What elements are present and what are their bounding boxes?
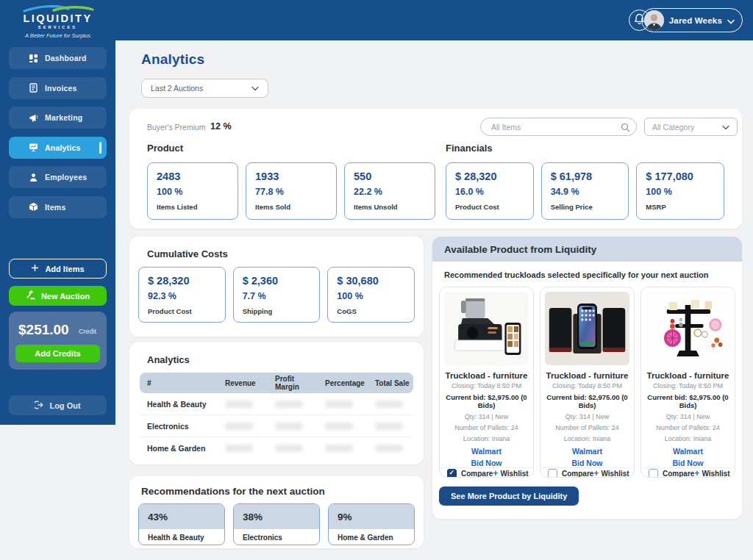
stat-value: $ 177,080 xyxy=(646,170,715,182)
chevron-down-icon xyxy=(251,84,259,93)
sidebar-item-invoices[interactable]: Invoices xyxy=(9,77,107,99)
retailer-link[interactable]: Walmart xyxy=(673,447,703,456)
column-header: Revenue xyxy=(218,379,268,387)
bid-now-link[interactable]: Bid Now xyxy=(572,459,603,467)
stat-label: Items Sold xyxy=(255,203,327,211)
product-card-footer: Compare + Wishlist xyxy=(641,467,735,478)
column-header: # xyxy=(140,379,218,387)
product-card: Truckload - furniture Closing: Today 8:5… xyxy=(640,287,735,478)
product-section-title: Product xyxy=(147,143,435,154)
plus-icon xyxy=(31,264,39,273)
credit-amount: $251.00 xyxy=(18,322,69,338)
financials-section: Financials $ 28,320 16.0 % Product Cost … xyxy=(446,143,724,220)
chevron-down-icon xyxy=(722,123,729,132)
stat-label: MSRP xyxy=(646,203,715,211)
wishlist-label: Wishlist xyxy=(702,470,729,478)
stat-percent: 34.9 % xyxy=(551,187,620,197)
logout-icon xyxy=(35,401,43,411)
table-row: Home & Garden xyxy=(140,437,413,459)
checkbox-icon xyxy=(649,469,658,478)
column-header: Percentage xyxy=(318,379,368,387)
active-indicator xyxy=(99,142,102,154)
stat-card-items-sold: 1933 77.8 % Items Sold xyxy=(246,162,337,220)
sidebar-nav: Dashboard Invoices Marketing Analytics E… xyxy=(9,47,107,218)
compare-checkbox[interactable]: Compare xyxy=(649,469,694,478)
gavel-icon xyxy=(26,290,35,301)
see-more-button[interactable]: See More Product by Liquidity xyxy=(439,487,579,506)
recommendation-label: Health & Beauty xyxy=(139,529,224,545)
new-auction-button[interactable]: New Auction xyxy=(9,286,107,306)
auctions-filter-value: Last 2 Auctions xyxy=(151,84,203,93)
recommendation-electronics: 38% Electronics xyxy=(233,503,320,545)
add-items-label: Add Items xyxy=(45,265,84,273)
stat-card-product-cost: $ 28,320 16.0 % Product Cost xyxy=(446,162,534,220)
sidebar-item-marketing[interactable]: Marketing xyxy=(9,107,107,129)
stat-value: 550 xyxy=(354,170,426,182)
dashboard-icon xyxy=(28,53,38,63)
recommendations-card: Recommendations for the next auction 43%… xyxy=(129,476,424,548)
sidebar-item-label: Dashboard xyxy=(45,54,87,62)
recommendation-percent: 43% xyxy=(139,504,224,529)
stat-percent: 7.7 % xyxy=(243,291,311,301)
sidebar-item-analytics[interactable]: Analytics xyxy=(9,137,107,159)
retailer-link[interactable]: Walmart xyxy=(471,447,502,456)
recommendation-home-garden: 9% Home & Garden xyxy=(328,503,415,545)
product-pallets: Number of Pallets: 24 xyxy=(555,424,619,431)
product-closing: Closing: Today 8:50 PM xyxy=(452,382,521,390)
analytics-table-title: Analytics xyxy=(147,354,413,365)
stat-value: $ 61,978 xyxy=(551,170,620,182)
wishlist-button[interactable]: + Wishlist xyxy=(493,468,528,478)
product-closing: Closing: Today 8:50 PM xyxy=(653,382,723,390)
retailer-link[interactable]: Walmart xyxy=(572,447,602,456)
stat-percent: 77.8 % xyxy=(255,187,327,197)
auctions-filter-dropdown[interactable]: Last 2 Auctions xyxy=(141,79,268,98)
logout-button[interactable]: Log Out xyxy=(9,395,107,415)
stat-label: CoGS xyxy=(337,307,405,315)
category-dropdown[interactable]: All Category xyxy=(644,118,738,136)
recommendation-percent: 9% xyxy=(329,504,414,529)
analytics-dashboard: Jared Weeks LIQUIDITY SERVICES A Better … xyxy=(0,0,753,560)
add-items-button[interactable]: Add Items xyxy=(9,259,107,279)
product-current-bid: Current bid: $2,975.00 (0 Bids) xyxy=(540,393,634,409)
product-qty: Qty: 314 | New xyxy=(565,413,609,420)
summary-card: Buyer's Premium 12 % All Category Produc… xyxy=(129,109,742,229)
stat-card-shipping: $ 2,360 7.7 % Shipping xyxy=(233,267,321,323)
compare-checkbox[interactable]: Compare xyxy=(447,469,493,478)
sidebar-item-items[interactable]: Items xyxy=(9,196,107,218)
brand-name: LIQUIDITY xyxy=(0,13,115,24)
row-category: Health & Beauty xyxy=(140,400,218,409)
panel-header: Available Product from Liquidity xyxy=(432,237,742,262)
stat-value: 1933 xyxy=(255,170,327,182)
bid-now-link[interactable]: Bid Now xyxy=(471,459,502,467)
product-qty: Qty: 314 | New xyxy=(465,413,508,420)
sidebar-item-label: Analytics xyxy=(45,143,81,152)
user-menu[interactable]: Jared Weeks xyxy=(641,8,743,32)
marketing-icon xyxy=(28,112,38,123)
recommendation-percent: 38% xyxy=(234,504,319,529)
stat-label: Product Cost xyxy=(455,203,524,211)
compare-label: Compare xyxy=(562,470,593,478)
bid-now-link[interactable]: Bid Now xyxy=(673,459,704,467)
brand-sub: SERVICES xyxy=(0,25,115,29)
items-search-input[interactable] xyxy=(480,118,637,136)
product-section: Product 2483 100 % Items Listed 1933 77.… xyxy=(147,143,435,220)
brand-tagline: A Better Future for Surplus xyxy=(0,32,115,39)
logout-label: Log Out xyxy=(49,401,80,410)
add-credits-button[interactable]: Add Credits xyxy=(15,345,100,362)
category-dropdown-value: All Category xyxy=(652,123,694,132)
recommendation-label: Electronics xyxy=(234,529,319,545)
wishlist-button[interactable]: + Wishlist xyxy=(694,468,729,478)
redacted-cell xyxy=(268,423,318,430)
product-title: Truckload - furniture xyxy=(647,371,729,380)
kitchen-appliance-image xyxy=(444,292,529,365)
sidebar-item-employees[interactable]: Employees xyxy=(9,166,107,188)
redacted-cell xyxy=(218,401,268,408)
redacted-cell xyxy=(318,445,368,452)
compare-checkbox[interactable]: Compare xyxy=(548,469,593,478)
wishlist-button[interactable]: + Wishlist xyxy=(593,468,629,478)
product-title: Truckload - furniture xyxy=(446,371,528,380)
redacted-cell xyxy=(218,423,268,430)
sidebar-item-dashboard[interactable]: Dashboard xyxy=(9,47,107,69)
avatar xyxy=(644,10,664,30)
redacted-cell xyxy=(268,445,318,452)
